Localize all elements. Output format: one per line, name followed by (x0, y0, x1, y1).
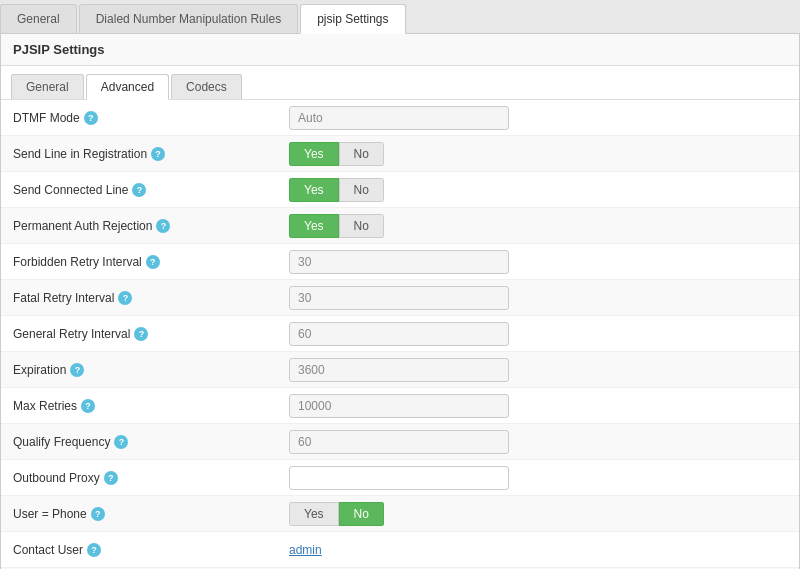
inner-tab-general[interactable]: General (11, 74, 84, 99)
send-connected-line-toggle: Yes No (289, 178, 384, 202)
qualify-frequency-input[interactable] (289, 430, 509, 454)
inner-tab-bar: General Advanced Codecs (1, 66, 799, 100)
forbidden-retry-help-icon[interactable]: ? (146, 255, 160, 269)
field-user-phone: User = Phone ? Yes No (1, 496, 799, 532)
user-phone-help-icon[interactable]: ? (91, 507, 105, 521)
send-connected-line-help-icon[interactable]: ? (132, 183, 146, 197)
expiration-input[interactable] (289, 358, 509, 382)
send-connected-line-no[interactable]: No (339, 178, 384, 202)
forbidden-retry-input[interactable] (289, 250, 509, 274)
max-retries-help-icon[interactable]: ? (81, 399, 95, 413)
field-forbidden-retry: Forbidden Retry Interval ? (1, 244, 799, 280)
general-retry-input[interactable] (289, 322, 509, 346)
field-qualify-frequency: Qualify Frequency ? (1, 424, 799, 460)
send-connected-line-yes[interactable]: Yes (289, 178, 339, 202)
form-body: DTMF Mode ? Send Line in Registration ? … (1, 100, 799, 569)
dtmf-mode-help-icon[interactable]: ? (84, 111, 98, 125)
fatal-retry-input[interactable] (289, 286, 509, 310)
panel-title: PJSIP Settings (1, 34, 799, 66)
send-line-reg-toggle: Yes No (289, 142, 384, 166)
permanent-auth-help-icon[interactable]: ? (156, 219, 170, 233)
permanent-auth-toggle: Yes No (289, 214, 384, 238)
fatal-retry-help-icon[interactable]: ? (118, 291, 132, 305)
contact-user-help-icon[interactable]: ? (87, 543, 101, 557)
send-line-reg-help-icon[interactable]: ? (151, 147, 165, 161)
contact-user-link[interactable]: admin (289, 543, 322, 557)
field-permanent-auth: Permanent Auth Rejection ? Yes No (1, 208, 799, 244)
user-phone-toggle: Yes No (289, 502, 384, 526)
field-fatal-retry: Fatal Retry Interval ? (1, 280, 799, 316)
expiration-help-icon[interactable]: ? (70, 363, 84, 377)
send-line-reg-no[interactable]: No (339, 142, 384, 166)
user-phone-yes[interactable]: Yes (289, 502, 339, 526)
send-line-reg-yes[interactable]: Yes (289, 142, 339, 166)
permanent-auth-yes[interactable]: Yes (289, 214, 339, 238)
general-retry-help-icon[interactable]: ? (134, 327, 148, 341)
top-tab-bar: General Dialed Number Manipulation Rules… (0, 0, 800, 34)
user-phone-no[interactable]: No (339, 502, 384, 526)
outbound-proxy-help-icon[interactable]: ? (104, 471, 118, 485)
inner-tab-advanced[interactable]: Advanced (86, 74, 169, 100)
field-send-connected-line: Send Connected Line ? Yes No (1, 172, 799, 208)
field-outbound-proxy: Outbound Proxy ? (1, 460, 799, 496)
pjsip-panel: PJSIP Settings General Advanced Codecs D… (0, 34, 800, 569)
tab-general[interactable]: General (0, 4, 77, 33)
field-general-retry: General Retry Interval ? (1, 316, 799, 352)
max-retries-input[interactable] (289, 394, 509, 418)
inner-tab-codecs[interactable]: Codecs (171, 74, 242, 99)
tab-pjsip-settings[interactable]: pjsip Settings (300, 4, 405, 34)
tab-dialed-number[interactable]: Dialed Number Manipulation Rules (79, 4, 298, 33)
dtmf-mode-input[interactable] (289, 106, 509, 130)
qualify-frequency-help-icon[interactable]: ? (114, 435, 128, 449)
field-send-line-registration: Send Line in Registration ? Yes No (1, 136, 799, 172)
outbound-proxy-input[interactable] (289, 466, 509, 490)
field-contact-user: Contact User ? admin (1, 532, 799, 568)
field-expiration: Expiration ? (1, 352, 799, 388)
field-dtmf-mode: DTMF Mode ? (1, 100, 799, 136)
permanent-auth-no[interactable]: No (339, 214, 384, 238)
field-max-retries: Max Retries ? (1, 388, 799, 424)
